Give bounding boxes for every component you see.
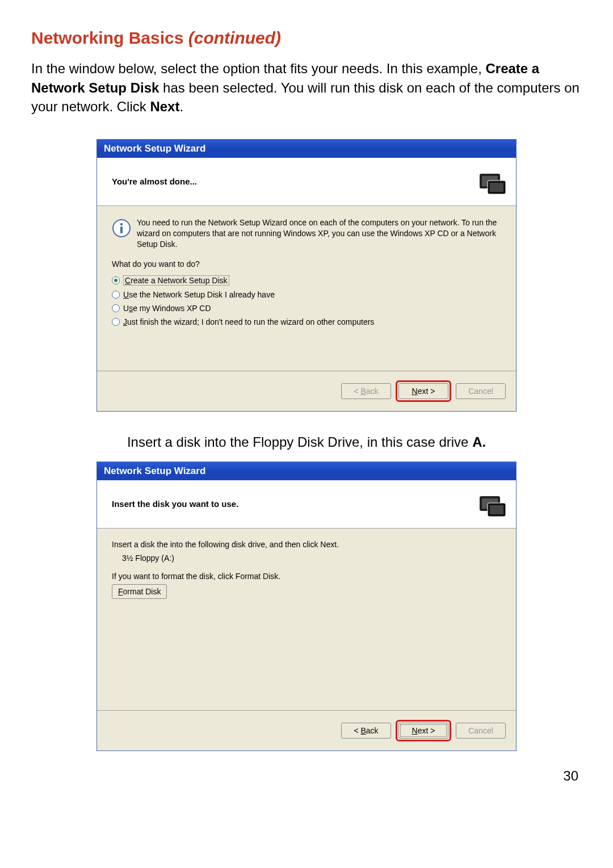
back-button[interactable]: < Back — [341, 383, 391, 399]
network-folder-icon — [476, 488, 508, 520]
svg-rect-3 — [490, 183, 503, 192]
intro-t1: In the window below, select the option t… — [31, 61, 485, 76]
mid-paragraph: Insert a disk into the Floppy Disk Drive… — [31, 434, 582, 450]
wizard2-body: Insert a disk the into the following dis… — [97, 529, 516, 710]
wizard1-body: You need to run the Network Setup Wizard… — [97, 206, 516, 371]
radio-label: Just finish the wizard; I don't need to … — [123, 317, 374, 326]
radio-label: Create a Network Setup Disk — [123, 275, 229, 286]
radio-just-finish[interactable]: Just finish the wizard; I don't need to … — [112, 317, 501, 326]
wizard2-footer: < Back Next > Cancel — [97, 710, 516, 750]
format-disk-button[interactable]: Format Disk — [112, 584, 167, 599]
next-highlight: Next > — [396, 720, 451, 741]
radio-dot-icon — [112, 276, 120, 284]
heading-cont: (continued) — [188, 28, 281, 47]
radio-dot-icon — [112, 291, 120, 299]
mid-b1: A. — [472, 434, 486, 450]
next-highlight: Next > — [396, 380, 451, 402]
wizard2-line1: Insert a disk the into the following dis… — [112, 540, 501, 549]
page-heading: Networking Basics (continued) — [31, 28, 582, 48]
wizard1-titlebar: Network Setup Wizard — [97, 140, 516, 158]
svg-point-5 — [120, 223, 123, 225]
wizard2-drive: 3½ Floppy (A:) — [122, 553, 501, 563]
next-button[interactable]: Next > — [398, 383, 448, 399]
radio-label: Use the Network Setup Disk I already hav… — [123, 290, 275, 299]
info-icon — [112, 219, 131, 238]
page-number: 30 — [31, 768, 582, 784]
cancel-button[interactable]: Cancel — [456, 723, 506, 739]
intro-b2: Next — [150, 99, 179, 114]
wizard1-prompt: What do you want to do? — [112, 259, 501, 269]
cancel-button[interactable]: Cancel — [456, 383, 506, 399]
intro-paragraph: In the window below, select the option t… — [31, 59, 582, 116]
radio-dot-icon — [112, 318, 120, 326]
wizard2-titlebar: Network Setup Wizard — [97, 462, 516, 480]
radio-use-existing-disk[interactable]: Use the Network Setup Disk I already hav… — [112, 290, 501, 299]
wizard2-header: Insert the disk you want to use. — [97, 480, 516, 529]
back-button[interactable]: < Back — [341, 723, 391, 739]
wizard1-info-row: You need to run the Network Setup Wizard… — [112, 217, 501, 250]
intro-t3: . — [179, 99, 183, 114]
wizard1-footer: < Back Next > Cancel — [97, 371, 516, 411]
radio-use-xp-cd[interactable]: Use my Windows XP CD — [112, 304, 501, 313]
wizard2-header-title: Insert the disk you want to use. — [112, 499, 238, 509]
wizard2-line2: If you want to format the disk, click Fo… — [112, 572, 501, 581]
radio-dot-icon — [112, 304, 120, 312]
wizard1-header: You're almost done... — [97, 158, 516, 206]
network-folder-icon — [476, 166, 508, 198]
wizard-window-1: Network Setup Wizard You're almost done.… — [96, 139, 517, 412]
next-button[interactable]: Next > — [398, 723, 448, 739]
radio-create-disk[interactable]: Create a Network Setup Disk — [112, 275, 501, 286]
mid-t1: Insert a disk into the Floppy Disk Drive… — [127, 434, 472, 450]
wizard1-header-title: You're almost done... — [112, 177, 197, 186]
svg-rect-6 — [120, 227, 123, 233]
wizard1-info-text: You need to run the Network Setup Wizard… — [137, 217, 501, 250]
radio-label: Use my Windows XP CD — [123, 304, 211, 313]
wizard-window-2: Network Setup Wizard Insert the disk you… — [96, 462, 517, 751]
svg-rect-10 — [490, 505, 503, 514]
heading-main: Networking Basics — [31, 28, 188, 47]
